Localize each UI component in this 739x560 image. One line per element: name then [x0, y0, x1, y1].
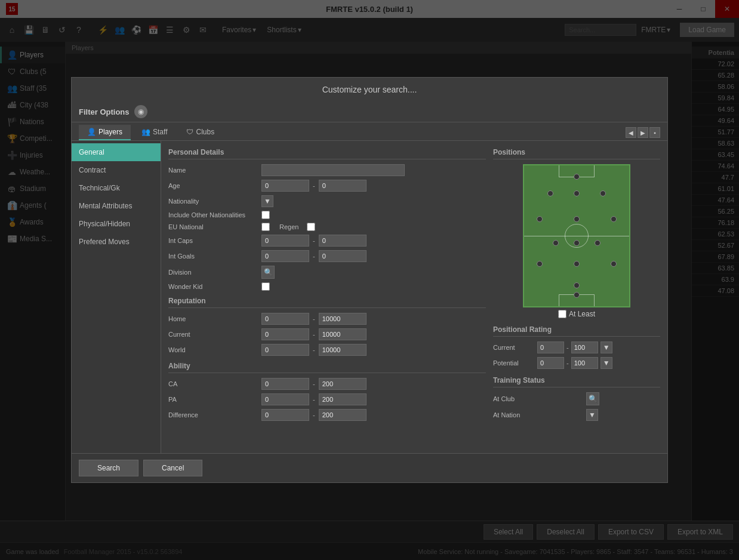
player-dot-4[interactable] — [537, 216, 543, 222]
tab-clubs-label: Clubs — [196, 128, 214, 136]
nav-physical-hidden[interactable]: Physical/Hidden — [72, 215, 161, 233]
int-goals-row: Int Goals - — [168, 250, 486, 262]
ability-title: Ability — [168, 362, 486, 373]
at-least-check[interactable] — [558, 310, 566, 318]
nationality-dropdown[interactable]: ▼ — [261, 195, 273, 207]
pos-rating-potential-label: Potential — [493, 359, 535, 367]
nationality-row: Nationality ▼ — [168, 195, 486, 207]
pos-rating-current-dropdown[interactable]: ▼ — [601, 341, 612, 353]
ca-to-input[interactable] — [319, 378, 367, 390]
player-dot-14[interactable] — [574, 292, 580, 298]
dialog-backdrop: Customize your search.... Filter Options… — [0, 0, 739, 560]
rep-world-to-input[interactable] — [319, 344, 367, 356]
diff-to-input[interactable] — [319, 409, 367, 421]
eu-national-check[interactable] — [261, 223, 270, 231]
tab-nav-next[interactable]: ▶ — [638, 127, 648, 138]
pa-to-input[interactable] — [319, 393, 367, 405]
int-goals-from-input[interactable] — [261, 250, 309, 262]
at-nation-dropdown[interactable]: ▼ — [586, 409, 598, 421]
int-goals-label: Int Goals — [168, 253, 258, 260]
pos-rating-potential-row: Potential - ▼ — [493, 357, 660, 369]
include-nationalities-check[interactable] — [261, 211, 270, 219]
player-dot-2[interactable] — [574, 190, 580, 196]
nav-mental-attributes[interactable]: Mental Attributes — [72, 197, 161, 215]
rep-current-dash: - — [313, 331, 315, 338]
pos-rating-current-from[interactable] — [537, 341, 564, 353]
ca-row: CA - — [168, 378, 486, 390]
name-label: Name — [168, 167, 258, 174]
reputation-title: Reputation — [168, 297, 486, 308]
pos-rating-potential-from[interactable] — [537, 357, 564, 369]
tab-players[interactable]: 👤 Players — [79, 125, 131, 140]
at-nation-row: At Nation ▼ — [493, 409, 660, 421]
personal-details-title: Personal Details — [168, 148, 486, 159]
rep-home-from-input[interactable] — [261, 313, 309, 325]
age-to-input[interactable] — [319, 180, 367, 192]
tab-staff[interactable]: 👥 Staff — [133, 125, 175, 140]
int-caps-to-input[interactable] — [319, 235, 367, 247]
diff-from-input[interactable] — [261, 409, 309, 421]
int-caps-from-input[interactable] — [261, 235, 309, 247]
nav-general[interactable]: General — [72, 143, 161, 161]
dialog-left-nav: General Contract Technical/Gk Mental Att… — [72, 141, 161, 453]
pos-rating-potential-dropdown[interactable]: ▼ — [601, 357, 612, 369]
filter-options-button[interactable]: ◉ — [134, 105, 147, 118]
at-club-search-button[interactable]: 🔍 — [586, 392, 599, 405]
age-row: Age - — [168, 180, 486, 192]
player-dot-3[interactable] — [600, 190, 606, 196]
positional-rating-title: Positional Rating — [493, 325, 660, 337]
regen-check[interactable] — [307, 223, 315, 231]
rep-world-row: World - — [168, 344, 486, 356]
pa-from-input[interactable] — [261, 393, 309, 405]
age-from-input[interactable] — [261, 180, 309, 192]
division-search-button[interactable]: 🔍 — [261, 266, 275, 279]
rep-home-dash: - — [313, 315, 315, 322]
player-dot-0[interactable] — [574, 174, 580, 180]
difference-row: Difference - — [168, 409, 486, 421]
tab-clubs[interactable]: 🛡 Clubs — [178, 125, 223, 140]
ca-from-input[interactable] — [261, 378, 309, 390]
player-dot-8[interactable] — [574, 240, 580, 246]
training-status-title: Training Status — [493, 376, 660, 387]
tab-nav-extra[interactable]: ▪ — [649, 127, 660, 138]
rep-world-label: World — [168, 346, 258, 353]
soccer-field[interactable] — [523, 164, 630, 307]
include-nationalities-row: Include Other Nationalities — [168, 211, 486, 219]
player-dot-9[interactable] — [595, 240, 601, 246]
pos-rating-current-to[interactable] — [571, 341, 598, 353]
player-dot-10[interactable] — [537, 261, 543, 267]
nav-technical-gk[interactable]: Technical/Gk — [72, 179, 161, 197]
division-row: Division 🔍 — [168, 266, 486, 279]
int-goals-to-input[interactable] — [319, 250, 367, 262]
rep-home-to-input[interactable] — [319, 313, 367, 325]
rep-current-from-input[interactable] — [261, 328, 309, 340]
player-dot-11[interactable] — [574, 261, 580, 267]
search-button[interactable]: Search — [79, 460, 138, 476]
division-label: Division — [168, 269, 258, 276]
nav-contract[interactable]: Contract — [72, 161, 161, 179]
nav-preferred-moves[interactable]: Prefered Moves — [72, 233, 161, 251]
pa-label: PA — [168, 396, 258, 403]
wonder-kid-check[interactable] — [261, 282, 270, 291]
player-dot-5[interactable] — [574, 216, 580, 222]
filter-options-label: Filter Options — [79, 107, 130, 116]
player-dot-7[interactable] — [553, 240, 559, 246]
pos-rating-current-dash: - — [566, 344, 569, 351]
name-input[interactable] — [261, 164, 405, 176]
pos-rating-potential-to[interactable] — [571, 357, 598, 369]
player-dot-1[interactable] — [547, 190, 553, 196]
rep-world-from-input[interactable] — [261, 344, 309, 356]
ca-label: CA — [168, 380, 258, 387]
cancel-button[interactable]: Cancel — [143, 460, 202, 476]
player-dot-6[interactable] — [611, 216, 617, 222]
diff-dash: - — [313, 411, 315, 419]
form-area: Personal Details Name Age - — [161, 141, 667, 453]
tab-navigation: ◀ ▶ ▪ — [626, 127, 660, 138]
dialog-tabs-row: 👤 Players 👥 Staff 🛡 Clubs ◀ ▶ ▪ — [72, 122, 667, 141]
eu-national-label: EU National — [168, 223, 258, 230]
player-dot-13[interactable] — [574, 282, 580, 288]
rep-current-to-input[interactable] — [319, 328, 367, 340]
eu-regen-row: EU National Regen — [168, 223, 486, 231]
player-dot-12[interactable] — [611, 261, 617, 267]
tab-nav-prev[interactable]: ◀ — [626, 127, 636, 138]
